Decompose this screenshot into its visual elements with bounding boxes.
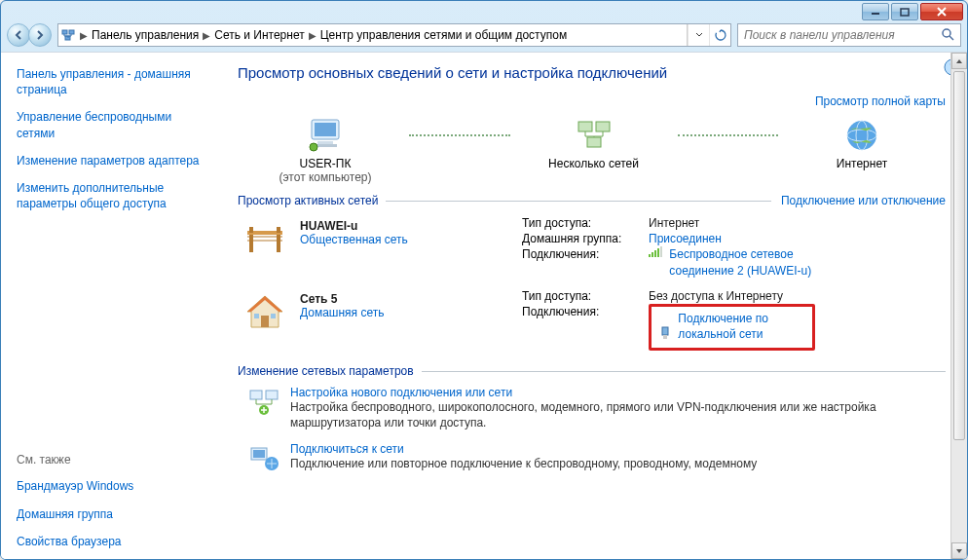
svg-point-13 — [310, 143, 317, 151]
svg-rect-36 — [662, 327, 668, 335]
sidebar-manage-wireless[interactable]: Управление беспроводными сетями — [17, 109, 201, 140]
network-name: HUAWEI-u — [300, 219, 408, 233]
svg-rect-0 — [872, 13, 879, 15]
map-node-sublabel: (этот компьютер) — [279, 170, 372, 184]
sidebar-browser-props[interactable]: Свойства браузера — [17, 534, 201, 549]
map-node-multiple-networks: Несколько сетей — [516, 116, 672, 170]
breadcrumb-sep-icon[interactable]: ▶ — [307, 30, 318, 41]
kv-value: Интернет — [649, 215, 946, 231]
svg-rect-34 — [254, 314, 259, 318]
address-bar-row: ▶ Панель управления ▶ Сеть и Интернет ▶ … — [1, 20, 967, 52]
action-connect-to-network: Подключиться к сети Подключение или повт… — [247, 442, 946, 475]
sidebar-adapter-settings[interactable]: Изменение параметров адаптера — [17, 153, 201, 168]
map-node-label: Несколько сетей — [548, 157, 639, 170]
action-desc: Подключение или повторное подключение к … — [290, 456, 757, 471]
view-full-map-link[interactable]: Просмотр полной карты — [238, 94, 946, 108]
network-row-huawei: HUAWEI-u Общественная сеть Тип доступа:И… — [242, 215, 946, 279]
address-box[interactable]: ▶ Панель управления ▶ Сеть и Интернет ▶ … — [57, 23, 731, 47]
kv-key: Подключения: — [522, 304, 649, 351]
sidebar-homegroup[interactable]: Домашняя группа — [17, 506, 201, 522]
action-title[interactable]: Настройка нового подключения или сети — [290, 386, 894, 399]
change-settings-header: Изменение сетевых параметров — [238, 364, 946, 378]
lan-connection-link[interactable]: Подключение по локальной сети — [678, 311, 804, 342]
minimize-button[interactable] — [862, 3, 889, 20]
section-title: Изменение сетевых параметров — [238, 364, 414, 378]
search-box[interactable] — [737, 23, 961, 47]
svg-rect-1 — [901, 9, 909, 16]
breadcrumb-network-internet[interactable]: Сеть и Интернет — [212, 28, 306, 42]
svg-rect-15 — [596, 122, 610, 131]
nav-buttons — [7, 23, 52, 47]
section-title: Просмотр активных сетей — [238, 194, 378, 207]
svg-rect-3 — [69, 30, 74, 34]
sidebar-home[interactable]: Панель управления - домашняя страница — [17, 66, 201, 97]
svg-rect-11 — [317, 141, 333, 144]
network-center-icon — [58, 27, 78, 43]
wireless-connection-link[interactable]: Беспроводное сетевое соединение 2 (HUAWE… — [669, 246, 854, 278]
scroll-down-button[interactable] — [951, 542, 967, 559]
connect-network-icon — [247, 442, 280, 475]
action-title[interactable]: Подключиться к сети — [290, 442, 757, 456]
svg-rect-35 — [271, 314, 276, 318]
sidebar: Панель управления - домашняя страница Уп… — [1, 53, 210, 559]
connect-disconnect-link[interactable]: Подключение или отключение — [781, 194, 946, 207]
highlighted-lan-link: Подключение по локальной сети — [649, 304, 815, 351]
map-node-internet: Интернет — [784, 116, 940, 170]
map-node-this-pc: USER-ПК (этот компьютер) — [247, 116, 403, 184]
scroll-up-button[interactable] — [951, 53, 967, 69]
svg-rect-24 — [249, 235, 253, 252]
svg-rect-14 — [578, 122, 592, 131]
network-row-network5: Сеть 5 Домашняя сеть Тип доступа:Без дос… — [242, 288, 946, 351]
refresh-button[interactable] — [709, 24, 730, 46]
breadcrumb-sep-icon[interactable]: ▶ — [78, 30, 90, 41]
svg-rect-2 — [62, 30, 67, 34]
see-also-heading: См. также — [17, 453, 201, 467]
maximize-button[interactable] — [891, 3, 918, 20]
search-icon[interactable] — [941, 27, 956, 44]
svg-rect-25 — [277, 235, 280, 252]
sidebar-sharing-settings[interactable]: Изменить дополнительные параметры общего… — [17, 180, 201, 211]
svg-rect-39 — [266, 391, 278, 399]
svg-rect-28 — [649, 254, 651, 257]
svg-line-6 — [949, 36, 953, 40]
svg-rect-42 — [253, 450, 265, 458]
address-dropdown[interactable] — [688, 24, 709, 46]
sidebar-firewall[interactable]: Брандмауэр Windows — [17, 478, 201, 494]
bench-icon — [242, 215, 288, 262]
svg-rect-16 — [587, 137, 601, 147]
active-networks-header: Просмотр активных сетей Подключение или … — [238, 194, 946, 207]
breadcrumb-sep-icon[interactable]: ▶ — [201, 30, 212, 41]
wifi-signal-icon — [649, 246, 662, 262]
vertical-scrollbar[interactable] — [950, 53, 967, 559]
svg-point-17 — [847, 121, 876, 150]
kv-key: Подключения: — [522, 246, 649, 278]
multi-network-icon — [573, 116, 615, 155]
network-type-link[interactable]: Общественная сеть — [300, 233, 408, 246]
network-map: USER-ПК (этот компьютер) Несколько сетей… — [238, 116, 946, 184]
house-icon — [242, 288, 288, 335]
svg-rect-38 — [250, 391, 262, 399]
forward-button[interactable] — [28, 23, 52, 47]
title-bar — [1, 1, 967, 20]
kv-value: Без доступа к Интернету — [649, 288, 946, 304]
main-panel: ? Просмотр основных сведений о сети и на… — [210, 53, 967, 559]
kv-key: Тип доступа: — [522, 288, 649, 304]
svg-rect-26 — [249, 227, 253, 233]
breadcrumb-network-center[interactable]: Центр управления сетями и общим доступом — [318, 28, 570, 42]
search-input[interactable] — [742, 27, 941, 43]
network-type-link[interactable]: Домашняя сеть — [300, 306, 384, 319]
network-name: Сеть 5 — [300, 292, 384, 306]
computer-icon — [304, 116, 347, 155]
svg-rect-10 — [315, 123, 336, 136]
scroll-thumb[interactable] — [953, 71, 965, 440]
back-button[interactable] — [7, 23, 30, 47]
close-button[interactable] — [920, 3, 963, 20]
action-setup-new-connection: Настройка нового подключения или сети На… — [247, 386, 946, 430]
ethernet-icon — [659, 326, 671, 344]
action-desc: Настройка беспроводного, широкополосного… — [290, 399, 894, 430]
svg-rect-29 — [652, 252, 653, 257]
network-setup-icon — [247, 386, 280, 419]
homegroup-joined-link[interactable]: Присоединен — [649, 231, 722, 246]
breadcrumb-control-panel[interactable]: Панель управления — [90, 28, 201, 42]
globe-icon — [840, 116, 883, 155]
